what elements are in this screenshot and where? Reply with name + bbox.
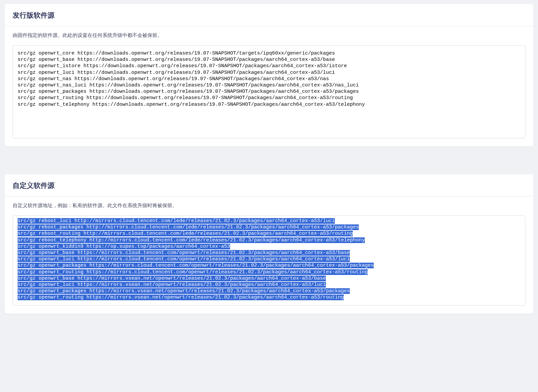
custom-feed-line: src/gz openwrt_base https://mirrors.vsea… xyxy=(18,276,326,281)
custom-feeds-textarea[interactable]: src/gz reboot_luci http://mirrors.cloud.… xyxy=(18,218,520,301)
custom-feed-line: src/gz openwrt_luci https://mirrors.vsea… xyxy=(18,282,326,288)
custom-feeds-title: 自定义软件源 xyxy=(13,181,525,190)
custom-feed-line: src/gz reboot_luci http://mirrors.cloud.… xyxy=(18,218,335,224)
distro-feeds-description: 由固件指定的软件源。此处的设置在任何系统升级中都不会被保留。 xyxy=(5,26,533,45)
custom-feeds-body: src/gz reboot_luci http://mirrors.cloud.… xyxy=(5,215,533,314)
distro-feeds-header: 发行版软件源 xyxy=(5,4,533,26)
custom-feeds-header: 自定义软件源 xyxy=(5,174,533,196)
custom-feeds-card: 自定义软件源 自定义软件源地址，例如：私有的软件源。此文件在系统升级时将被保留。… xyxy=(5,174,533,314)
custom-feed-line: src/gz openwrt_routing https://mirrors.v… xyxy=(18,295,344,300)
custom-feed-line: src/gz openwrt_kiddin9 https://op.supes.… xyxy=(18,244,230,249)
custom-feed-line: src/gz reboot_telephony http://mirrors.c… xyxy=(18,237,365,243)
distro-feeds-textarea-wrapper: src/gz openwrt_core https://downloads.op… xyxy=(13,45,525,138)
custom-feed-line: src/gz reboot_packages http://mirrors.cl… xyxy=(18,224,359,230)
custom-feed-line: src/gz openwrt_routing https://mirrors.c… xyxy=(18,269,368,275)
custom-feed-line: src/gz openwrt_packages https://mirrors.… xyxy=(18,288,350,294)
distro-feeds-card: 发行版软件源 由固件指定的软件源。此处的设置在任何系统升级中都不会被保留。 sr… xyxy=(5,4,533,146)
custom-feed-line: src/gz openwrt_packages https://mirrors.… xyxy=(18,263,374,268)
custom-feeds-textarea-wrapper: src/gz reboot_luci http://mirrors.cloud.… xyxy=(13,215,525,306)
distro-feeds-textarea[interactable]: src/gz openwrt_core https://downloads.op… xyxy=(18,50,520,108)
distro-feeds-body: src/gz openwrt_core https://downloads.op… xyxy=(5,45,533,146)
custom-feed-line: src/gz reboot_routing http://mirrors.clo… xyxy=(18,231,353,236)
custom-feed-line: src/gz openwrt_base https://mirrors.clou… xyxy=(18,250,350,256)
custom-feeds-description: 自定义软件源地址，例如：私有的软件源。此文件在系统升级时将被保留。 xyxy=(5,196,533,215)
distro-feeds-title: 发行版软件源 xyxy=(13,11,525,20)
custom-feed-line: src/gz openwrt_luci https://mirrors.clou… xyxy=(18,256,350,262)
